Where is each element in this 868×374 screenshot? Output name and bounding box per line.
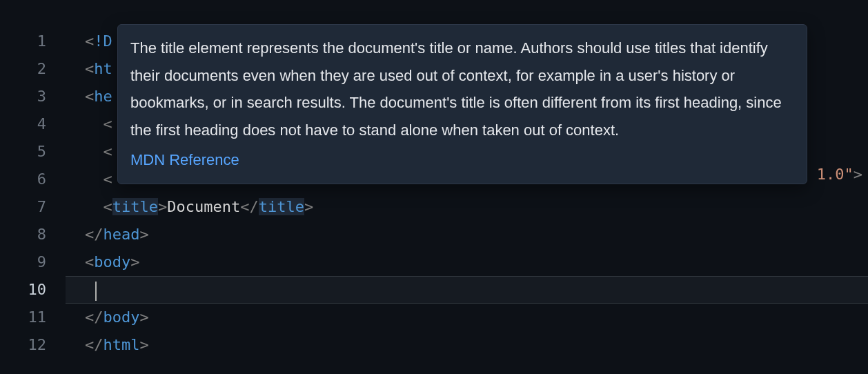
code-line[interactable]: </body>	[66, 304, 868, 331]
hover-tooltip: The title element represents the documen…	[117, 24, 807, 184]
line-number: 1	[0, 28, 46, 55]
code-line[interactable]: </head>	[66, 221, 868, 248]
code-line[interactable]: <title>Document</title>	[66, 193, 868, 221]
tooltip-description: The title element represents the documen…	[130, 35, 794, 144]
code-line[interactable]: <body>	[66, 248, 868, 276]
line-number-active: 10	[0, 276, 46, 304]
line-number: 7	[0, 193, 46, 221]
line-number: 2	[0, 55, 46, 83]
code-line-active[interactable]	[66, 276, 868, 304]
mdn-reference-link[interactable]: MDN Reference	[130, 146, 794, 174]
line-number: 11	[0, 304, 46, 331]
code-line[interactable]: </html>	[66, 331, 868, 359]
line-number: 6	[0, 166, 46, 193]
line-number: 3	[0, 83, 46, 110]
line-number: 5	[0, 138, 46, 166]
line-number: 4	[0, 110, 46, 138]
text-cursor	[95, 282, 97, 301]
line-number-gutter: 1 2 3 4 5 6 7 8 9 10 11 12	[0, 0, 66, 374]
line-number: 8	[0, 221, 46, 248]
line-number: 9	[0, 248, 46, 276]
code-fragment-overflow: 1.0">	[817, 166, 862, 183]
line-number: 12	[0, 331, 46, 359]
